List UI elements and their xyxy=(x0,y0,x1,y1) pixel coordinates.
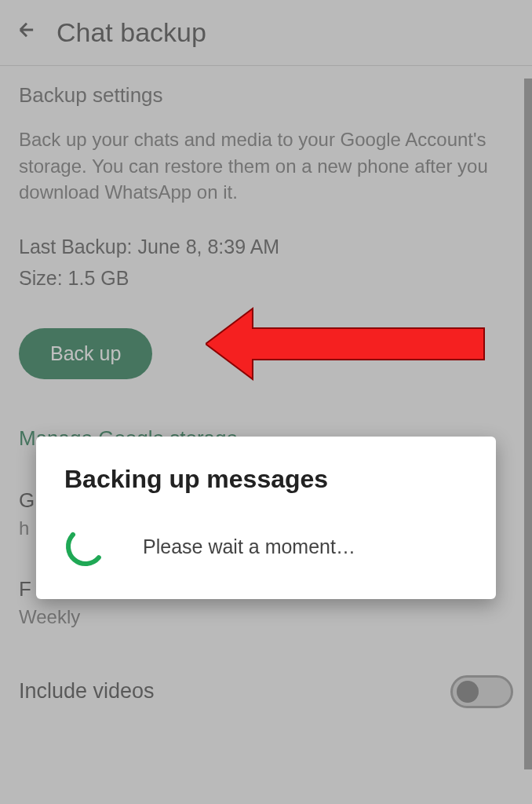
dialog-message: Please wait a moment… xyxy=(143,535,355,558)
dialog-body: Please wait a moment… xyxy=(64,525,468,568)
backup-dialog: Backing up messages Please wait a moment… xyxy=(36,437,496,599)
modal-overlay xyxy=(0,0,532,804)
svg-point-0 xyxy=(64,525,107,568)
dialog-title: Backing up messages xyxy=(64,465,468,494)
arrow-annotation-icon xyxy=(206,305,488,386)
spinner-icon xyxy=(64,525,107,568)
